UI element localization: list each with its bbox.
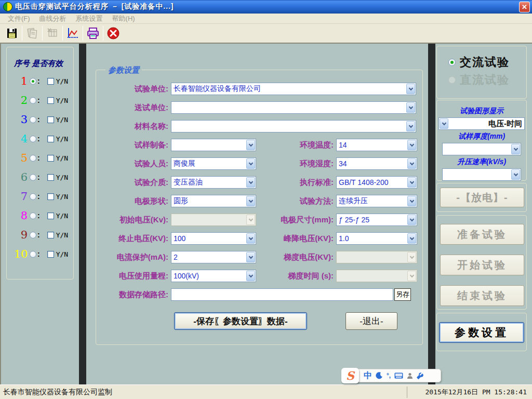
chevron-down-icon[interactable] [406, 102, 415, 113]
voltage-range-combo[interactable]: 100(kV) [171, 270, 256, 282]
chevron-down-icon[interactable] [246, 177, 255, 188]
menu-help[interactable]: 帮助(H) [108, 14, 140, 23]
sending-unit-combo[interactable] [171, 101, 416, 114]
chevron-down-icon[interactable] [246, 140, 255, 150]
person-icon[interactable] [407, 373, 413, 379]
chevron-down-icon[interactable] [407, 158, 416, 169]
current-protection-combo[interactable]: 2 [171, 251, 256, 263]
start-test-button[interactable]: 开始试验 [440, 255, 524, 275]
exit-button[interactable]: -退出- [345, 312, 397, 330]
curve-analysis-button[interactable] [64, 25, 82, 41]
app-icon [3, 2, 12, 11]
storage-path-input[interactable] [171, 288, 393, 301]
keyboard-icon[interactable] [394, 373, 403, 379]
export-table-button[interactable] [44, 25, 61, 41]
discharge-button[interactable]: -【放电】- [440, 188, 524, 207]
save-as-button[interactable]: 另存 [394, 288, 411, 301]
colon: : [37, 77, 40, 85]
chevron-down-icon[interactable] [407, 215, 416, 225]
valid-checkbox-5[interactable] [47, 155, 54, 162]
sequence-number: 9 [14, 230, 28, 241]
test-person-combo[interactable]: 商俊展 [171, 157, 256, 170]
chevron-down-icon[interactable] [407, 177, 416, 188]
test-unit-combo[interactable]: 长春智能仪器设备有限公司 [171, 83, 416, 95]
close-button[interactable]: ✕ [519, 2, 530, 12]
standard-combo[interactable]: GB/T 1408-200 [336, 176, 417, 189]
end-voltage-combo[interactable]: 100 [171, 232, 256, 245]
wrench-icon[interactable] [417, 373, 423, 379]
standard-label: 执行标准: [265, 178, 336, 188]
save-params-button[interactable]: -保存〖参数设置〗数据- [174, 312, 307, 330]
valid-checkbox-7[interactable] [47, 193, 54, 200]
sequence-radio-7[interactable] [30, 193, 36, 200]
sequence-row-4: 4 : Y/N [14, 132, 73, 145]
sequence-radio-6[interactable] [30, 174, 36, 181]
specimen-prep-combo[interactable] [171, 139, 256, 151]
sequence-radio-10[interactable] [30, 251, 36, 258]
chevron-down-icon[interactable] [246, 158, 255, 169]
menu-system-settings[interactable]: 系统设置 [71, 14, 108, 23]
colon: : [37, 96, 40, 104]
test-type-group: 交流试验 直流试验 [436, 46, 527, 99]
chevron-down-icon[interactable] [406, 121, 415, 131]
valid-checkbox-3[interactable] [47, 116, 54, 123]
ime-punctuation[interactable]: °, [387, 372, 391, 379]
colon: : [37, 231, 40, 239]
prepare-test-button[interactable]: 准备试验 [440, 224, 524, 245]
ac-test-radio[interactable] [448, 59, 456, 66]
ambient-temp-combo[interactable]: 14 [336, 139, 417, 151]
valid-checkbox-8[interactable] [47, 212, 54, 219]
ambient-humidity-combo[interactable]: 34 [336, 157, 417, 170]
sequence-radio-2[interactable] [30, 97, 36, 104]
chevron-down-icon[interactable] [511, 169, 520, 180]
electrode-size-combo[interactable]: ƒ 25-ƒ 25 [336, 214, 417, 226]
sequence-radio-8[interactable] [30, 212, 36, 219]
group-title: 参数设置 [105, 65, 142, 75]
moon-icon[interactable] [376, 372, 383, 379]
menu-curve-analysis[interactable]: 曲线分析 [35, 14, 71, 23]
test-medium-combo[interactable]: 变压器油 [171, 176, 256, 189]
chevron-down-icon[interactable] [440, 118, 448, 129]
valid-checkbox-4[interactable] [47, 136, 54, 142]
sequence-radio-5[interactable] [30, 155, 36, 162]
valid-checkbox-9[interactable] [47, 232, 54, 238]
electrode-shape-combo[interactable]: 圆形 [171, 195, 256, 207]
material-name-combo[interactable] [171, 120, 416, 132]
test-method-combo[interactable]: 连续升压 [336, 195, 417, 207]
graph-display-combo[interactable]: 电压-时间 [438, 117, 525, 130]
chevron-down-icon [246, 215, 255, 225]
valid-checkbox-10[interactable] [47, 251, 54, 258]
param-settings-button[interactable]: 参数设置 [439, 322, 524, 343]
valid-checkbox-6[interactable] [47, 174, 54, 181]
stop-button[interactable] [104, 25, 122, 41]
chevron-down-icon[interactable] [407, 140, 416, 150]
chevron-down-icon[interactable] [246, 196, 255, 206]
chevron-down-icon[interactable] [407, 196, 416, 206]
rate-combo[interactable] [442, 168, 521, 181]
chevron-down-icon[interactable] [246, 233, 255, 244]
combo-value: 14 [337, 141, 407, 149]
sequence-row-1: 1 : Y/N [14, 75, 73, 87]
peak-drop-voltage-combo[interactable]: 1.0 [336, 232, 417, 245]
save-button[interactable] [3, 25, 21, 41]
chevron-down-icon[interactable] [406, 84, 415, 94]
print-preview-button[interactable] [23, 25, 41, 41]
ime-logo[interactable]: S [341, 368, 359, 383]
gradient-voltage-label: 梯度电压(KV): [265, 252, 336, 262]
sequence-radio-4[interactable] [30, 136, 36, 142]
sequence-radio-9[interactable] [30, 232, 36, 238]
ac-test-option[interactable]: 交流试验 [448, 54, 526, 71]
chevron-down-icon[interactable] [246, 252, 255, 262]
valid-checkbox-1[interactable] [47, 78, 54, 85]
thickness-combo[interactable] [442, 143, 521, 155]
sequence-radio-3[interactable] [30, 116, 36, 123]
valid-checkbox-2[interactable] [47, 97, 54, 104]
end-test-button[interactable]: 结束试验 [440, 285, 524, 306]
menu-file[interactable]: 文件(F) [3, 14, 35, 23]
chevron-down-icon[interactable] [246, 271, 255, 281]
print-button[interactable] [84, 25, 102, 41]
sequence-radio-1[interactable] [30, 78, 36, 85]
ime-chinese-mode[interactable]: 中 [364, 370, 372, 381]
chevron-down-icon[interactable] [511, 144, 520, 154]
chevron-down-icon[interactable] [407, 233, 416, 244]
